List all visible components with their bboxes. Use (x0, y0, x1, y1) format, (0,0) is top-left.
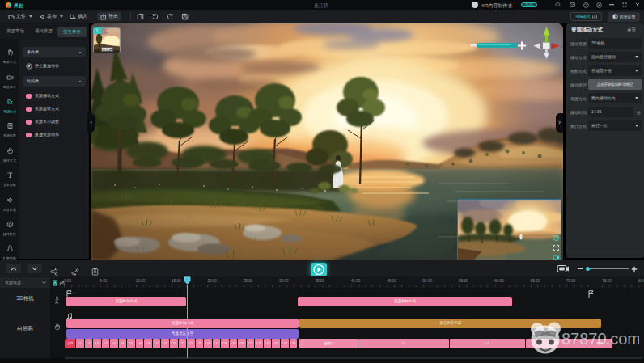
svg-text:87870.com: 87870.com (561, 330, 639, 348)
svg-text:?: ? (585, 3, 587, 7)
svg-text:x: x (561, 44, 563, 49)
